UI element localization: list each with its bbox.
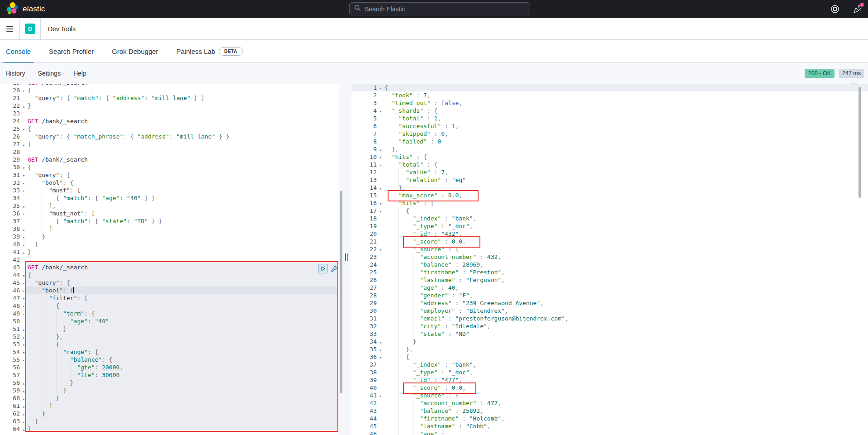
code-line[interactable]: 56 "gte": 20000, (0, 363, 339, 371)
code-line[interactable]: 29 "address" : "239 Greenwood Avenue", (351, 299, 868, 307)
news-icon[interactable] (853, 4, 863, 14)
code-line[interactable]: 10▾"hits" : { (351, 153, 868, 161)
help-icon[interactable] (830, 4, 840, 14)
code-line[interactable]: 9▴}, (351, 145, 868, 153)
request-editor[interactable]: 19 GET /bank/_search20▾{21 "query": { "m… (0, 84, 339, 435)
code-line[interactable]: 35▴], (0, 202, 339, 210)
code-line[interactable]: 16▾"hits" : [ (351, 199, 868, 207)
code-line[interactable]: 25 "firstname" : "Preston", (351, 268, 868, 276)
code-line[interactable]: 41▴} (0, 248, 339, 256)
code-line[interactable]: 3 "timed_out" : false, (351, 99, 868, 107)
tab-grok-debugger[interactable]: Grok Debugger (109, 40, 161, 63)
code-line[interactable]: 34 { "match": { "age": "40" } } (0, 194, 339, 202)
send-request-button[interactable] (318, 264, 328, 273)
code-line[interactable]: 36▾"must_not": [ (0, 210, 339, 217)
code-line[interactable]: 60▴} (0, 394, 339, 402)
code-line[interactable]: 38 "_type" : "_doc", (351, 368, 868, 376)
code-line[interactable]: 12 "value" : 7, (351, 168, 868, 176)
hamburger-menu-icon[interactable] (0, 18, 20, 40)
code-line[interactable]: 64▴} (0, 425, 339, 433)
code-line[interactable]: 33 "state" : "ND" (351, 330, 868, 338)
elastic-home-link[interactable]: elastic (0, 2, 45, 16)
code-line[interactable]: 63▴} (0, 417, 339, 425)
code-line[interactable]: 33▾"must": [ (0, 186, 339, 194)
code-line[interactable]: 21 "_score" : 0.0, (351, 238, 868, 245)
code-line[interactable]: 24 GET /bank/_search (0, 117, 339, 125)
response-editor-scrollbar[interactable] (859, 87, 861, 198)
code-line[interactable]: 62▴} (0, 410, 339, 417)
code-line[interactable]: 30 "employer" : "Bitendrex", (351, 307, 868, 315)
code-line[interactable]: 2 "took" : 7, (351, 91, 868, 99)
code-line[interactable]: 57 "lte": 30000 (0, 371, 339, 379)
code-line[interactable]: 39 "_id" : "477", (351, 376, 868, 384)
code-line[interactable]: 19 "_type" : "_doc", (351, 222, 868, 230)
code-line[interactable]: 11▾"total" : { (351, 161, 868, 168)
code-line[interactable]: 26 "query": { "match_phrase": { "address… (0, 133, 339, 140)
code-line[interactable]: 24 "balance" : 28969, (351, 261, 868, 268)
code-line[interactable]: 30▾{ (0, 163, 339, 171)
code-line[interactable]: 28 (0, 148, 339, 156)
code-line[interactable]: 18 "_index" : "bank", (351, 215, 868, 222)
code-line[interactable]: 13 "relation" : "eq" (351, 176, 868, 184)
code-line[interactable]: 15 "max_score" : 0.0, (351, 191, 868, 199)
code-line[interactable]: 20 "_id" : "432", (351, 230, 868, 238)
code-line[interactable]: 49▾"term": { (0, 310, 339, 317)
global-search[interactable] (349, 2, 530, 15)
code-line[interactable]: 46 "age" : (351, 430, 868, 435)
code-line[interactable]: 22▾"_source" : { (351, 245, 868, 253)
request-options-button[interactable] (330, 264, 339, 273)
code-line[interactable]: 4▾"_shards" : { (351, 107, 868, 115)
code-line[interactable]: 44 "firstname" : "Holcomb", (351, 415, 868, 422)
code-line[interactable]: 42 (0, 256, 339, 263)
tab-painless-lab[interactable]: Painless LabBETA (173, 40, 246, 63)
code-line[interactable]: 14▴}, (351, 184, 868, 191)
search-input[interactable] (365, 5, 525, 13)
code-line[interactable]: 23 (0, 110, 339, 117)
code-line[interactable]: 47▾"filter": [ (0, 294, 339, 302)
code-line[interactable]: 52▴}, (0, 333, 339, 340)
panel-resize-handle[interactable] (344, 253, 349, 262)
toolbar-item-history[interactable]: History (5, 70, 25, 77)
code-line[interactable]: 46▾"bool": { (0, 287, 339, 294)
code-line[interactable]: 29 GET /bank/_search (0, 156, 339, 163)
code-line[interactable]: 26 "lastname" : "Ferguson", (351, 276, 868, 284)
code-line[interactable]: 50 "age": "40" (0, 317, 339, 325)
code-line[interactable]: 40▴} (0, 240, 339, 248)
code-line[interactable]: 45 "lastname" : "Cobb", (351, 422, 868, 430)
code-line[interactable]: 44▾{ (0, 271, 339, 279)
code-line[interactable]: 55▾"balance": { (0, 356, 339, 363)
toolbar-item-help[interactable]: Help (73, 70, 86, 77)
code-line[interactable]: 31 "email" : "prestonferguson@bitendrex.… (351, 315, 868, 322)
code-line[interactable]: 43 "balance" : 25892, (351, 407, 868, 415)
code-line[interactable]: 27 "age" : 40, (351, 284, 868, 292)
code-line[interactable]: 1▾{ (351, 84, 868, 91)
code-line[interactable]: 23 "account_number" : 432, (351, 253, 868, 261)
tab-search-profiler[interactable]: Search Profiler (46, 40, 97, 63)
code-line[interactable]: 48▾{ (0, 302, 339, 310)
code-line[interactable]: 53▾{ (0, 340, 339, 348)
code-line[interactable]: 35▴}, (351, 345, 868, 353)
code-line[interactable]: 7 "skipped" : 0, (351, 130, 868, 138)
code-line[interactable]: 51▴} (0, 325, 339, 333)
code-line[interactable]: 27▴} (0, 140, 339, 148)
code-line[interactable]: 28 "gender" : "F", (351, 292, 868, 299)
code-line[interactable]: 36▾{ (351, 353, 868, 361)
code-line[interactable]: 17▾{ (351, 207, 868, 215)
code-line[interactable]: 25▾{ (0, 125, 339, 133)
fold-end-icon[interactable]: ▴ (20, 426, 28, 434)
code-line[interactable]: 5 "total" : 1, (351, 115, 868, 122)
response-editor[interactable]: 1▾{2 "took" : 7,3 "timed_out" : false,4▾… (351, 84, 868, 435)
request-editor-scrollbar[interactable] (340, 191, 342, 393)
toolbar-item-settings[interactable]: Settings (38, 70, 61, 77)
space-selector[interactable]: D (20, 18, 41, 40)
code-line[interactable]: 31▾"query": { (0, 171, 339, 179)
code-line[interactable]: 58▴} (0, 379, 339, 387)
code-line[interactable]: 32▾"bool": { (0, 179, 339, 186)
code-line[interactable]: 6 "successful" : 1, (351, 122, 868, 130)
code-line[interactable]: 32 "city" : "Idledale", (351, 322, 868, 330)
code-line[interactable]: 34▴} (351, 338, 868, 345)
code-line[interactable]: 61▴] (0, 402, 339, 410)
tab-console[interactable]: Console (3, 40, 34, 63)
code-line[interactable]: 8 "failed" : 0 (351, 138, 868, 145)
code-line[interactable]: 37 { "match": { "state": "ID" } } (0, 217, 339, 225)
